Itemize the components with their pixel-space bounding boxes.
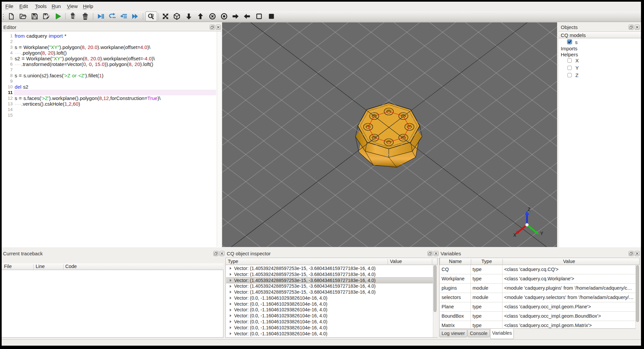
svg-text:Y: Y <box>540 231 543 236</box>
svg-text:X: X <box>513 232 516 238</box>
svg-text:Z: Z <box>528 207 531 212</box>
